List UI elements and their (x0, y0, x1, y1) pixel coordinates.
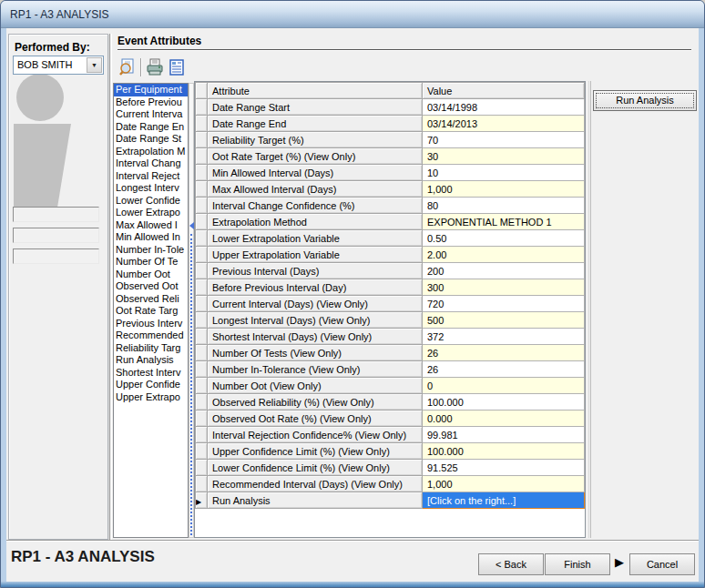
value-cell[interactable]: 70 (423, 132, 585, 148)
print-icon[interactable] (144, 57, 166, 77)
list-item[interactable]: Number In-Tole (114, 244, 188, 257)
list-item[interactable]: Date Range St (114, 133, 188, 146)
value-cell[interactable]: 26 (423, 345, 585, 361)
attribute-cell[interactable]: Recommended Interval (Days) (View Only) (208, 476, 423, 492)
value-cell[interactable]: 100.000 (423, 394, 585, 411)
list-item[interactable]: Extrapolation M (114, 146, 188, 158)
list-item[interactable]: Observed Oot (114, 280, 188, 293)
attribute-cell[interactable]: Current Interval (Days) (View Only) (208, 296, 423, 312)
attribute-cell[interactable]: Shortest Interval (Days) (View Only) (208, 329, 423, 345)
title-bar[interactable]: RP1 - A3 ANALYSIS (1, 1, 704, 28)
list-item[interactable]: Observed Reli (114, 293, 188, 306)
value-cell[interactable]: 10 (423, 165, 585, 181)
attribute-cell[interactable]: Before Previous Interval (Day) (208, 279, 423, 296)
value-cell[interactable]: 300 (423, 279, 585, 296)
cancel-button[interactable]: Cancel (629, 553, 695, 575)
chevron-down-icon[interactable]: ▼ (87, 57, 102, 73)
list-item[interactable]: Interval Chang (114, 157, 188, 170)
attribute-cell[interactable]: Run Analysis (208, 492, 423, 509)
attribute-cell[interactable]: Date Range End (208, 116, 423, 132)
list-item[interactable]: Previous Interv (114, 318, 188, 330)
list-item[interactable]: Before Previou (114, 96, 188, 109)
row-selector[interactable] (196, 345, 208, 361)
attribute-cell[interactable]: Reliability Target (%) (208, 132, 423, 148)
row-selector[interactable] (196, 230, 208, 247)
row-selector[interactable] (196, 279, 208, 296)
row-selector[interactable] (196, 214, 208, 230)
value-cell[interactable]: [Click on the right...] (423, 492, 585, 509)
row-selector[interactable] (196, 296, 208, 312)
list-item[interactable]: Lower Extrapo (114, 207, 188, 219)
row-selector[interactable] (196, 148, 208, 165)
value-cell[interactable]: 99.981 (423, 427, 585, 443)
list-item[interactable]: Max Allowed I (114, 219, 188, 232)
row-selector[interactable] (196, 378, 208, 394)
attribute-cell[interactable]: Date Range Start (208, 99, 423, 116)
row-selector[interactable] (196, 329, 208, 345)
print-preview-icon[interactable] (117, 57, 138, 77)
row-selector[interactable] (196, 460, 208, 476)
attribute-cell[interactable]: Previous Interval (Days) (208, 263, 423, 279)
row-selector[interactable] (196, 181, 208, 198)
value-cell[interactable]: 26 (423, 361, 585, 378)
value-cell[interactable]: 500 (423, 312, 585, 329)
list-item[interactable]: Min Allowed In (114, 231, 188, 244)
attribute-cell[interactable]: Extrapolation Method (208, 214, 423, 230)
attribute-cell[interactable]: Interval Rejection Confidence% (View Onl… (208, 427, 423, 443)
value-cell[interactable]: 1,000 (423, 476, 585, 492)
value-cell[interactable]: 372 (423, 329, 585, 345)
list-item[interactable]: Date Range En (114, 121, 188, 134)
attribute-cell[interactable]: Upper Extrapolation Variable (208, 247, 423, 263)
row-selector[interactable] (196, 394, 208, 411)
list-item[interactable]: Interval Reject (114, 170, 188, 183)
list-item[interactable]: Reliability Targ (114, 342, 188, 355)
attribute-cell[interactable]: Upper Confidence Limit (%) (View Only) (208, 443, 423, 460)
list-item[interactable]: Recommended (114, 329, 188, 342)
attribute-cell[interactable]: Max Allowed Interval (Days) (208, 181, 423, 198)
row-selector[interactable] (196, 165, 208, 181)
value-cell[interactable]: 03/14/2013 (423, 116, 585, 132)
attribute-cell[interactable]: Min Allowed Interval (Days) (208, 165, 423, 181)
attribute-cell[interactable]: Longest Interval (Days) (View Only) (208, 312, 423, 329)
row-selector[interactable] (196, 198, 208, 214)
row-selector[interactable] (196, 476, 208, 492)
list-item[interactable]: Run Analysis (114, 354, 188, 367)
row-selector[interactable] (196, 411, 208, 427)
value-cell[interactable]: 200 (423, 263, 585, 279)
row-selector[interactable] (196, 99, 208, 116)
row-selector[interactable] (196, 312, 208, 329)
row-selector[interactable] (196, 427, 208, 443)
list-item[interactable]: Shortest Interv (114, 367, 188, 380)
list-item[interactable]: Number Of Te (114, 256, 188, 269)
attribute-cell[interactable]: Oot Rate Target (%) (View Only) (208, 148, 423, 165)
value-cell[interactable]: 0 (423, 378, 585, 394)
attribute-cell[interactable]: Number Of Tests (View Only) (208, 345, 423, 361)
list-item[interactable]: Longest Interv (114, 182, 188, 195)
value-cell[interactable]: 0.50 (423, 230, 585, 247)
value-cell[interactable]: 1,000 (423, 181, 585, 198)
attribute-cell[interactable]: Lower Extrapolation Variable (208, 230, 423, 247)
performed-by-combobox[interactable]: BOB SMITH ▼ (13, 56, 104, 75)
attribute-cell[interactable]: Interval Change Confidence (%) (208, 198, 423, 214)
value-cell[interactable]: 720 (423, 296, 585, 312)
value-cell[interactable]: 0.000 (423, 411, 585, 427)
attribute-listbox[interactable]: Per EquipmentBefore PreviouCurrent Inter… (113, 83, 189, 538)
value-cell[interactable]: EXPONENTIAL METHOD 1 (423, 214, 585, 230)
list-item[interactable]: Current Interva (114, 108, 188, 121)
row-selector[interactable]: ▶ (196, 492, 208, 509)
list-item[interactable]: Lower Confide (114, 195, 188, 208)
list-item[interactable]: Per Equipment (114, 84, 188, 96)
row-selector[interactable] (196, 443, 208, 460)
row-selector[interactable] (196, 263, 208, 279)
value-cell[interactable]: 100.000 (423, 443, 585, 460)
attribute-cell[interactable]: Observed Oot Rate (%) (View Only) (208, 411, 423, 427)
attribute-cell[interactable]: Observed Reliability (%) (View Only) (208, 394, 423, 411)
attribute-cell[interactable]: Number In-Tolerance (View Only) (208, 361, 423, 378)
row-selector[interactable] (196, 247, 208, 263)
attribute-cell[interactable]: Lower Confidence Limit (%) (View Only) (208, 460, 423, 476)
list-item[interactable]: Oot Rate Targ (114, 305, 188, 318)
list-item[interactable]: Number Oot (114, 269, 188, 281)
list-item[interactable]: Upper Extrapo (114, 391, 188, 404)
report-icon[interactable] (166, 57, 188, 77)
back-button[interactable]: < Back (478, 553, 544, 575)
